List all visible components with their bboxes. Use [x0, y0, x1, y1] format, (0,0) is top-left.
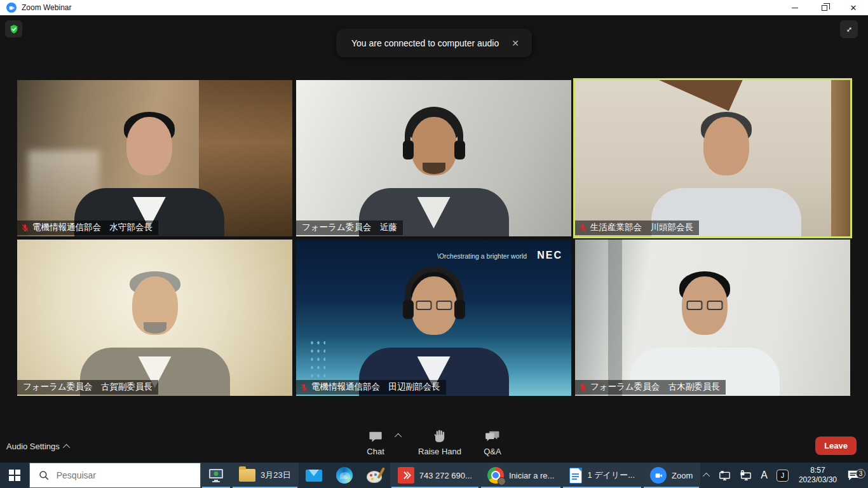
participant-name: 電機情報通信部会 水守部会長 [32, 222, 153, 233]
tray-hidden-icons-button[interactable] [700, 463, 714, 488]
participant-name: フォーラム委員会 古木副委員長 [590, 381, 720, 393]
participant-silhouette [70, 114, 229, 236]
tray-app-icon[interactable]: J [772, 463, 793, 488]
taskbar-app-edge[interactable] [329, 463, 360, 488]
ime-mode-letter: A [761, 470, 768, 481]
minimize-button[interactable] [780, 0, 810, 15]
participant-name-tag: 電機情報通信部会 水守部会長 [17, 220, 158, 235]
tray-app-glyph: J [776, 470, 789, 482]
tray-secure-display-icon[interactable] [735, 463, 756, 488]
clock-date: 2023/03/30 [799, 475, 837, 485]
chat-button[interactable]: Chat [361, 430, 390, 456]
window-title: Zoom Webinar [22, 3, 71, 12]
chat-bubble-icon [368, 430, 383, 444]
document-window-label: 1 デイリー... [587, 470, 635, 481]
participant-tile-2[interactable]: フォーラム委員会 近藤 [296, 80, 571, 236]
raise-hand-label: Raise Hand [418, 447, 461, 456]
meeting-stage: You are connected to computer audio ✕ [0, 15, 868, 463]
zoom-taskbar-icon [650, 467, 667, 484]
zoom-app-icon [6, 3, 17, 13]
chrome-window-label: Iniciar a re... [509, 471, 555, 480]
participant-silhouette [355, 114, 513, 236]
restore-button[interactable] [810, 0, 839, 15]
participant-tile-6[interactable]: フォーラム委員会 古木副委員長 [575, 240, 850, 396]
participant-silhouette [355, 274, 513, 396]
taskbar-app-folder[interactable]: 3月23日 [231, 463, 299, 488]
participant-name-tag: 生活産業部会 川頭部会長 [575, 220, 699, 235]
participant-tile-5[interactable]: \Orchestrating a brighter world NEC 電 [296, 240, 571, 396]
webinar-controls: Chat Raise Hand Q&A [361, 428, 507, 456]
banner-close-icon[interactable]: ✕ [512, 38, 519, 48]
qa-label: Q&A [484, 447, 501, 456]
qa-bubbles-icon [484, 430, 501, 444]
banner-text: You are connected to computer audio [351, 38, 499, 48]
participant-tile-4[interactable]: フォーラム委員会 古賀副委員長 [17, 240, 292, 396]
windows-logo-icon [9, 470, 20, 481]
notification-badge: 3 [856, 469, 865, 478]
taskbar-app-remote-desktop[interactable] [201, 463, 231, 488]
raise-hand-button[interactable]: Raise Hand [418, 428, 461, 456]
video-grid: 電機情報通信部会 水守部会長 フォーラム委員会 近藤 [17, 80, 850, 396]
edge-icon [336, 467, 353, 484]
chrome-icon [487, 467, 504, 484]
taskbar-app-anydesk[interactable]: 743 272 690... [390, 463, 480, 488]
tray-ime-indicator[interactable]: A [756, 463, 772, 488]
anydesk-window-label: 743 272 690... [419, 471, 472, 480]
participant-silhouette [647, 114, 806, 236]
paint-icon [367, 468, 383, 483]
expand-icon [844, 25, 854, 34]
tray-display-icon[interactable] [714, 463, 735, 488]
zoom-webinar-window: Zoom Webinar ✕ You are connected to comp… [0, 0, 868, 488]
start-button[interactable] [0, 463, 29, 488]
document-icon [569, 468, 582, 484]
audio-settings-button[interactable]: Audio Settings [6, 442, 70, 451]
participant-name: 電機情報通信部会 田辺副部会長 [311, 381, 440, 393]
nec-background-dots [309, 339, 325, 379]
nec-logo: NEC [537, 250, 562, 261]
folder-icon [239, 469, 255, 482]
participant-tile-3-active-speaker[interactable]: 生活産業部会 川頭部会長 [575, 80, 850, 236]
restore-icon [822, 5, 827, 11]
taskbar-app-chrome[interactable]: Iniciar a re... [480, 463, 562, 488]
chat-options-chevron-icon[interactable] [395, 433, 402, 440]
security-shield-button[interactable] [5, 20, 22, 37]
taskbar-app-document[interactable]: 1 デイリー... [562, 463, 642, 488]
audio-settings-label: Audio Settings [6, 442, 60, 451]
participant-name: フォーラム委員会 近藤 [302, 222, 397, 233]
notification-center-button[interactable]: 3 [843, 469, 868, 482]
nec-background-branding: \Orchestrating a brighter world NEC [437, 250, 562, 261]
taskbar-clock[interactable]: 8:57 2023/03/30 [793, 466, 843, 485]
close-icon: ✕ [850, 4, 857, 12]
qa-button[interactable]: Q&A [478, 430, 507, 456]
shield-check-icon [9, 24, 19, 34]
chat-label: Chat [367, 447, 384, 456]
participant-silhouette [625, 274, 784, 396]
muted-mic-icon [21, 224, 29, 232]
minimize-icon [792, 8, 798, 8]
chevron-up-icon [63, 444, 70, 451]
participant-silhouette [76, 274, 234, 396]
zoom-window-label: Zoom [672, 471, 693, 480]
participant-name-tag: 電機情報通信部会 田辺副部会長 [296, 380, 446, 395]
muted-mic-icon [579, 224, 587, 232]
audio-connected-banner: You are connected to computer audio ✕ [336, 29, 532, 57]
participant-name-tag: フォーラム委員会 古木副委員長 [575, 380, 726, 395]
leave-button[interactable]: Leave [815, 437, 857, 455]
system-tray: A J 8:57 2023/03/30 3 [700, 463, 868, 488]
clock-time: 8:57 [799, 466, 837, 475]
taskbar-app-mail[interactable] [299, 463, 329, 488]
taskbar-search[interactable] [29, 463, 201, 488]
participant-name-tag: フォーラム委員会 古賀副委員長 [17, 380, 158, 395]
taskbar-app-zoom[interactable]: Zoom [642, 463, 700, 488]
search-icon [38, 470, 50, 481]
mail-icon [306, 470, 322, 482]
fullscreen-button[interactable] [840, 20, 858, 38]
remote-desktop-icon [208, 467, 224, 484]
close-button[interactable]: ✕ [839, 0, 868, 15]
search-input[interactable] [30, 463, 200, 487]
participant-tile-1[interactable]: 電機情報通信部会 水守部会長 [17, 80, 292, 236]
taskbar-app-paint[interactable] [360, 463, 390, 488]
chevron-up-icon [703, 473, 710, 480]
anydesk-icon [398, 467, 414, 484]
participant-name: 生活産業部会 川頭部会長 [590, 222, 693, 233]
